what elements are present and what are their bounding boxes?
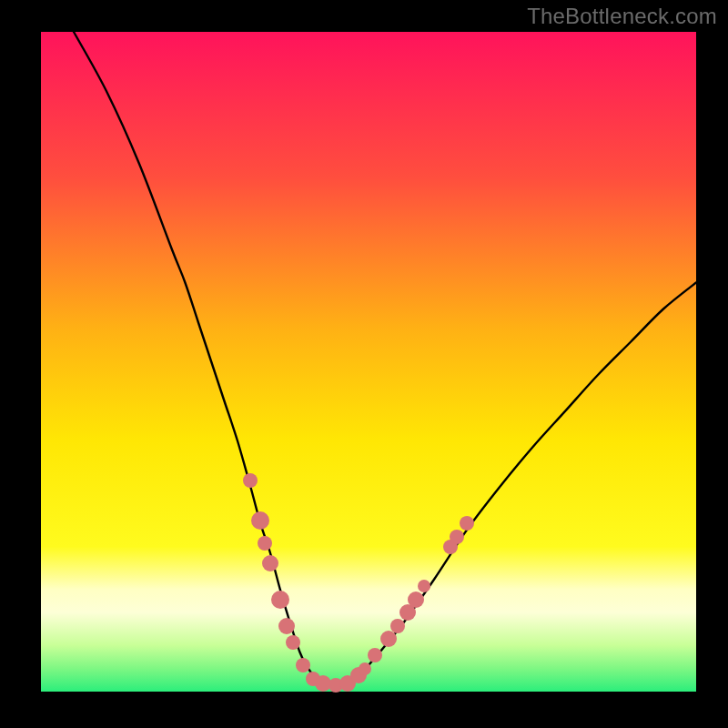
data-marker	[390, 619, 405, 633]
data-marker	[262, 555, 278, 571]
data-marker	[258, 536, 272, 551]
gradient-bg	[41, 32, 696, 692]
data-marker	[450, 530, 464, 544]
data-marker	[286, 635, 300, 650]
data-marker	[271, 591, 289, 609]
data-marker	[418, 580, 430, 592]
data-marker	[243, 473, 258, 488]
data-marker	[278, 618, 295, 634]
watermark-text: TheBottleneck.com	[527, 4, 717, 29]
plot-svg	[41, 32, 696, 692]
data-marker	[380, 631, 397, 647]
chart-frame: TheBottleneck.com	[0, 0, 728, 728]
data-marker	[368, 648, 382, 662]
data-marker	[251, 511, 269, 530]
data-marker	[408, 592, 424, 608]
data-marker	[359, 662, 371, 675]
data-marker	[296, 658, 310, 672]
data-marker	[460, 516, 474, 531]
plot-area	[41, 32, 696, 692]
